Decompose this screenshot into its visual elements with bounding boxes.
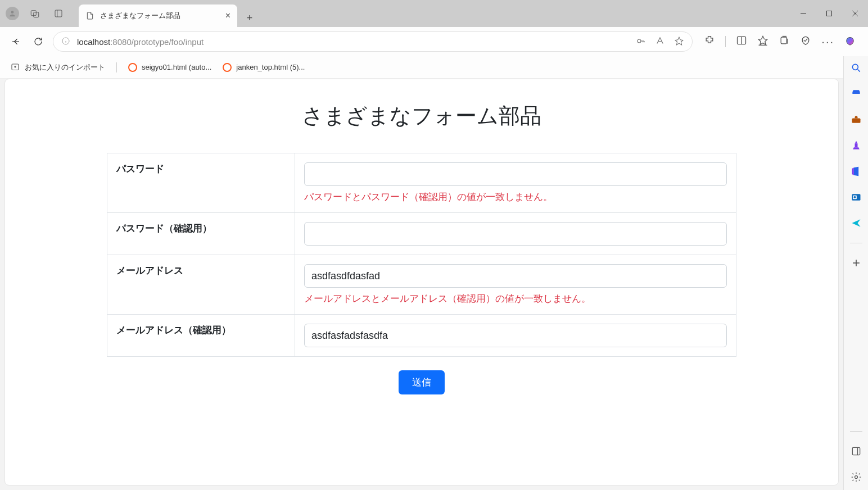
form-table: パスワード パスワードとパスワード（確認用）の値が一致しません。 パスワード（確…: [107, 153, 736, 357]
tab-title: さまざまなフォーム部品: [100, 11, 180, 21]
favicon-icon: [128, 63, 137, 72]
tab-strip: さまざまなフォーム部品 × +: [79, 0, 259, 27]
toolbar: localhost:8080/prototype/foo/input ···: [0, 27, 868, 56]
add-sidebar-icon[interactable]: [850, 257, 862, 269]
send-icon[interactable]: [850, 217, 862, 229]
active-tab[interactable]: さまざまなフォーム部品 ×: [79, 4, 237, 27]
back-button[interactable]: [8, 34, 24, 49]
svg-rect-29: [852, 93, 860, 94]
close-window-button[interactable]: [842, 0, 868, 27]
sidebar-divider: [850, 431, 862, 432]
svg-point-27: [852, 64, 858, 70]
maximize-button[interactable]: [816, 0, 842, 27]
form-row-email: メールアドレス メールアドレスとメールアドレス（確認用）の値が一致しません。: [107, 255, 736, 315]
bookmarks-bar: お気に入りのインポート seigyo01.html (auto... janke…: [0, 56, 868, 79]
import-label: お気に入りのインポート: [25, 62, 105, 72]
svg-rect-37: [852, 447, 860, 455]
svg-rect-31: [855, 144, 857, 148]
bookmarks-divider: [116, 62, 117, 72]
bookmark-label: seigyo01.html (auto...: [142, 63, 211, 71]
page-title: さまざまなフォーム部品: [5, 102, 838, 130]
addressbar[interactable]: localhost:8080/prototype/foo/input: [53, 31, 693, 52]
search-icon[interactable]: [850, 62, 862, 74]
games-icon[interactable]: [850, 139, 862, 152]
svg-point-13: [638, 39, 641, 43]
svg-point-39: [855, 476, 857, 479]
new-tab-button[interactable]: +: [241, 9, 259, 27]
error-text: パスワードとパスワード（確認用）の値が一致しません。: [304, 190, 727, 203]
password-icon[interactable]: [636, 36, 646, 48]
svg-point-34: [853, 196, 856, 198]
password-field[interactable]: [304, 162, 727, 186]
bookmark-label: janken_top.html (5)...: [236, 63, 305, 71]
form-row-password: パスワード パスワードとパスワード（確認用）の値が一致しません。: [107, 153, 736, 213]
svg-rect-30: [852, 119, 860, 123]
favorites-icon[interactable]: [757, 35, 768, 48]
settings-icon[interactable]: [850, 471, 862, 483]
email-confirm-field[interactable]: [304, 324, 727, 347]
email-field[interactable]: [304, 264, 727, 288]
svg-marker-21: [759, 37, 767, 45]
form-label: メールアドレス（確認用）: [107, 315, 295, 357]
window-controls: [790, 0, 868, 27]
site-info-icon[interactable]: [61, 37, 70, 47]
extensions-icon[interactable]: [704, 35, 715, 48]
more-menu-icon[interactable]: ···: [821, 35, 834, 48]
document-icon: [85, 11, 94, 20]
tab-actions-icon[interactable]: [51, 6, 66, 21]
svg-rect-3: [55, 10, 62, 17]
url-text: localhost:8080/prototype/foo/input: [77, 37, 204, 47]
office-icon[interactable]: [850, 165, 862, 178]
outlook-icon[interactable]: [850, 191, 862, 203]
svg-line-28: [857, 70, 860, 72]
shopping-icon[interactable]: [850, 88, 862, 100]
addressbar-right-icons: [636, 36, 684, 48]
bookmark-item-1[interactable]: janken_top.html (5)...: [223, 63, 305, 72]
favorite-icon[interactable]: [674, 36, 684, 48]
page-viewport: さまざまなフォーム部品 パスワード パスワードとパスワード（確認用）の値が一致し…: [4, 79, 839, 486]
form-row-email-confirm: メールアドレス（確認用）: [107, 315, 736, 357]
profile-icon[interactable]: [6, 7, 19, 20]
svg-rect-23: [781, 37, 786, 44]
submit-button[interactable]: 送信: [399, 370, 445, 394]
sidebar: [843, 56, 868, 490]
sidebar-collapse-icon[interactable]: [850, 445, 862, 457]
read-aloud-icon[interactable]: [655, 36, 665, 48]
titlebar: さまざまなフォーム部品 × +: [0, 0, 868, 27]
svg-marker-18: [676, 37, 684, 45]
copilot-icon[interactable]: [844, 36, 856, 47]
performance-icon[interactable]: [800, 35, 811, 48]
collections-icon[interactable]: [779, 35, 790, 48]
split-screen-icon[interactable]: [736, 35, 747, 48]
form-label: メールアドレス: [107, 255, 295, 315]
toolbar-right: ···: [699, 35, 860, 48]
tools-icon[interactable]: [850, 114, 862, 126]
favicon-icon: [223, 63, 232, 72]
refresh-button[interactable]: [30, 34, 46, 49]
minimize-button[interactable]: [790, 0, 816, 27]
password-confirm-field[interactable]: [304, 222, 727, 246]
workspaces-icon[interactable]: [27, 6, 43, 21]
form-label: パスワード: [107, 153, 295, 213]
bookmark-item-0[interactable]: seigyo01.html (auto...: [128, 63, 211, 72]
form-row-password-confirm: パスワード（確認用）: [107, 213, 736, 255]
svg-point-0: [11, 11, 14, 13]
import-bookmarks-button[interactable]: お気に入りのインポート: [10, 62, 105, 72]
sidebar-divider: [850, 243, 862, 243]
toolbar-divider: [725, 36, 726, 47]
form-label: パスワード（確認用）: [107, 213, 295, 255]
error-text: メールアドレスとメールアドレス（確認用）の値が一致しません。: [304, 292, 727, 305]
svg-rect-6: [827, 11, 832, 16]
close-tab-icon[interactable]: ×: [225, 11, 230, 21]
